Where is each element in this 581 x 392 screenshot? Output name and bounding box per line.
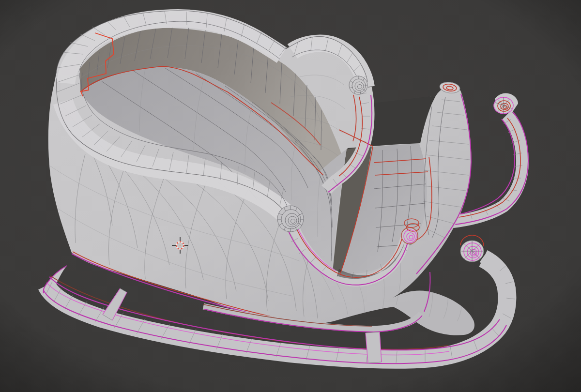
vignette-overlay — [0, 0, 581, 392]
viewport-3d-stage[interactable] — [0, 0, 581, 392]
viewport-3d[interactable] — [0, 0, 581, 392]
